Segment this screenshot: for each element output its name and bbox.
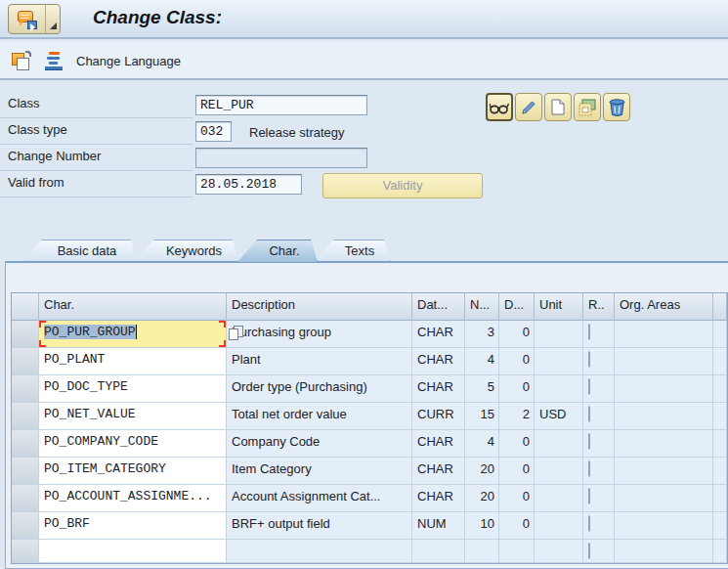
row-selector[interactable]: [12, 321, 39, 348]
char-cell[interactable]: PO_ACCOUNT_ASSIGNME...: [39, 485, 227, 512]
unit-cell[interactable]: [535, 321, 583, 348]
char-cell[interactable]: [39, 540, 227, 563]
description-cell[interactable]: Company Code: [227, 430, 412, 458]
tab-char[interactable]: Char.: [237, 240, 318, 262]
services-split-button[interactable]: [8, 4, 61, 34]
row-selector[interactable]: [12, 458, 39, 485]
char-cell[interactable]: PO_ITEM_CATEGORY: [39, 458, 227, 485]
decimals-cell[interactable]: 0: [499, 321, 535, 348]
chat-services-icon[interactable]: [9, 5, 45, 33]
unit-cell[interactable]: [535, 485, 583, 512]
decimals-cell[interactable]: 0: [499, 512, 535, 540]
row-selector[interactable]: [12, 403, 39, 430]
copy-button[interactable]: [574, 93, 601, 121]
decimals-cell[interactable]: 0: [499, 485, 535, 512]
org-areas-cell[interactable]: [615, 512, 713, 540]
create-button[interactable]: [544, 93, 572, 121]
char-cell[interactable]: PO_PUR_GROUP: [39, 321, 227, 348]
r-checkbox[interactable]: [588, 378, 590, 395]
class-input[interactable]: REL_PUR: [195, 95, 367, 115]
row-selector[interactable]: [12, 375, 39, 403]
description-cell[interactable]: Account Assignment Cat...: [227, 485, 412, 512]
r-cell[interactable]: [583, 458, 615, 485]
r-checkbox[interactable]: [588, 406, 590, 422]
char-cell[interactable]: PO_NET_VALUE: [39, 403, 227, 430]
unit-cell[interactable]: [535, 348, 583, 375]
r-checkbox[interactable]: [588, 351, 590, 368]
unit-cell[interactable]: [535, 458, 583, 485]
transport-copy-icon[interactable]: [12, 51, 33, 72]
r-cell[interactable]: [583, 321, 615, 348]
r-cell[interactable]: [583, 485, 615, 512]
unit-cell[interactable]: [535, 512, 583, 540]
number-cell[interactable]: 20: [465, 458, 499, 485]
header-char[interactable]: Char.: [39, 293, 227, 321]
description-cell[interactable]: Purchasing group: [227, 321, 412, 348]
header-number[interactable]: N...: [465, 293, 499, 321]
header-org-areas[interactable]: Org. Areas: [615, 293, 713, 321]
org-areas-cell[interactable]: [615, 458, 713, 485]
datatype-cell[interactable]: CHAR: [412, 458, 465, 485]
header-r[interactable]: R..: [583, 293, 615, 321]
description-cell[interactable]: Order type (Purchasing): [227, 375, 412, 403]
number-cell[interactable]: [465, 540, 499, 563]
change-language-button[interactable]: Change Language: [76, 54, 181, 68]
r-checkbox[interactable]: [588, 543, 590, 559]
r-cell[interactable]: [583, 540, 615, 563]
change-number-input[interactable]: [195, 148, 367, 168]
decimals-cell[interactable]: 0: [499, 375, 535, 403]
datatype-cell[interactable]: CHAR: [412, 430, 465, 458]
unit-cell[interactable]: [535, 430, 583, 458]
decimals-cell[interactable]: 2: [499, 403, 535, 430]
r-cell[interactable]: [583, 375, 615, 403]
validity-button[interactable]: Validity: [322, 173, 483, 198]
tab-keywords[interactable]: Keywords: [135, 240, 239, 262]
row-selector[interactable]: [12, 512, 39, 540]
description-cell[interactable]: BRF+ output field: [227, 512, 412, 540]
unit-cell[interactable]: [535, 375, 583, 403]
org-areas-cell[interactable]: [615, 321, 713, 348]
number-cell[interactable]: 4: [465, 348, 499, 375]
r-cell[interactable]: [583, 403, 615, 430]
r-checkbox[interactable]: [588, 433, 590, 450]
number-cell[interactable]: 3: [465, 321, 499, 348]
org-areas-cell[interactable]: [615, 348, 713, 375]
char-cell[interactable]: PO_BRF: [39, 512, 227, 540]
row-selector[interactable]: [12, 485, 39, 512]
row-selector[interactable]: [12, 540, 39, 563]
r-checkbox[interactable]: [588, 488, 590, 504]
decimals-cell[interactable]: 0: [499, 348, 535, 375]
r-checkbox[interactable]: [588, 460, 590, 477]
display-button[interactable]: [486, 93, 513, 121]
number-cell[interactable]: 15: [465, 403, 499, 430]
r-cell[interactable]: [583, 348, 615, 375]
datatype-cell[interactable]: CHAR: [412, 375, 465, 403]
r-checkbox[interactable]: [588, 324, 590, 340]
decimals-cell[interactable]: 0: [499, 430, 535, 458]
decimals-cell[interactable]: [499, 540, 535, 563]
char-cell[interactable]: PO_DOC_TYPE: [39, 375, 227, 403]
datatype-cell[interactable]: CHAR: [412, 321, 465, 348]
org-areas-cell[interactable]: [615, 430, 713, 458]
r-cell[interactable]: [583, 512, 615, 540]
tab-texts[interactable]: Texts: [315, 240, 391, 262]
description-cell[interactable]: [227, 540, 412, 563]
tab-basic-data[interactable]: Basic data: [22, 240, 138, 262]
datatype-cell[interactable]: NUM: [412, 512, 465, 540]
description-cell[interactable]: Plant: [227, 348, 412, 375]
datatype-cell[interactable]: CHAR: [412, 348, 465, 375]
datatype-cell[interactable]: CURR: [412, 403, 465, 430]
number-cell[interactable]: 4: [465, 430, 499, 458]
description-cell[interactable]: Total net order value: [227, 403, 412, 430]
datatype-cell[interactable]: [412, 540, 465, 563]
unit-cell[interactable]: USD: [535, 403, 583, 430]
change-button[interactable]: [515, 93, 542, 121]
row-selector[interactable]: [12, 430, 39, 458]
char-cell[interactable]: PO_COMPANY_CODE: [39, 430, 227, 458]
delete-button[interactable]: [603, 93, 630, 121]
org-areas-cell[interactable]: [615, 403, 713, 430]
decimals-cell[interactable]: 0: [499, 458, 535, 485]
org-areas-cell[interactable]: [615, 540, 713, 563]
header-datatype[interactable]: Dat...: [412, 293, 465, 321]
header-selector[interactable]: [12, 293, 39, 321]
